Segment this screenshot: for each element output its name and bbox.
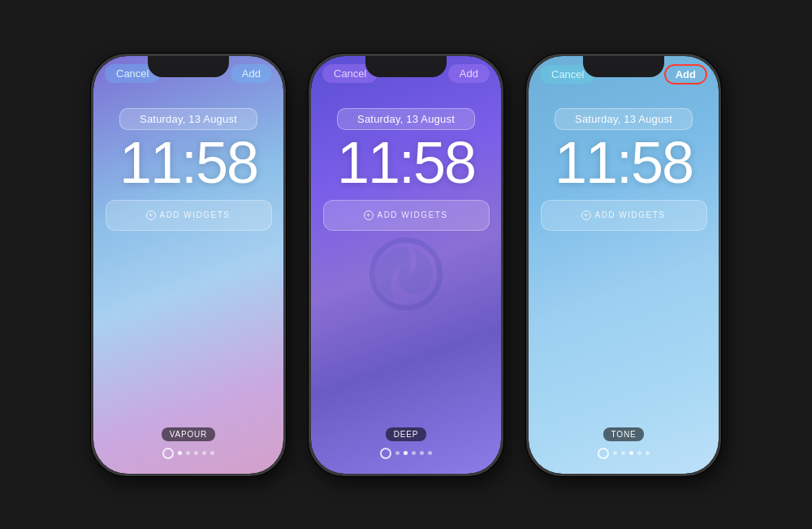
add-button-deep[interactable]: Add [448,64,490,83]
phone-frame-vapour: Cancel Add Saturday, 13 August 11:58 + A… [91,54,286,476]
lock-time-deep: 11:58 [337,133,475,192]
theme-label-deep: DEEP [386,427,426,441]
dot-3-vapour [202,451,206,455]
dot-0-vapour [178,451,182,455]
notch-tone [583,56,664,77]
plus-icon-tone: + [581,210,591,220]
dots-row-tone [598,448,650,459]
dot-1-vapour [186,451,190,455]
dot-0-tone [613,451,617,455]
screen-deep: Cancel Add Saturday, 13 August 11:58 + A… [311,56,501,474]
screen-content-vapour: Cancel Add Saturday, 13 August 11:58 + A… [93,56,283,474]
dot-3-tone [637,451,641,455]
add-button-tone[interactable]: Add [664,64,707,85]
bottom-area-deep: DEEP [311,427,501,459]
phone-vapour: Cancel Add Saturday, 13 August 11:58 + A… [91,54,286,476]
widget-area-deep[interactable]: + ADD WIDGETS [323,200,490,231]
lock-date-tone: Saturday, 13 August [555,108,693,130]
phone-deep: Cancel Add Saturday, 13 August 11:58 + A… [309,54,503,476]
add-widgets-label-vapour: + ADD WIDGETS [146,210,230,220]
dot-2-vapour [194,451,198,455]
dot-1-deep [404,451,408,455]
notch-vapour [148,56,229,77]
phone-tone: Cancel Add Saturday, 13 August 11:58 + A… [526,54,721,476]
phone-frame-tone: Cancel Add Saturday, 13 August 11:58 + A… [526,54,721,476]
dot-1-tone [621,451,625,455]
dots-row-deep [380,448,432,459]
widget-area-vapour[interactable]: + ADD WIDGETS [106,200,272,231]
add-button-vapour[interactable]: Add [231,64,272,83]
bottom-area-vapour: VAPOUR [93,427,283,459]
dot-circle-vapour [162,448,174,459]
dot-3-deep [420,451,424,455]
lock-date-vapour: Saturday, 13 August [119,108,257,130]
plus-icon-deep: + [364,210,374,220]
theme-label-vapour: VAPOUR [162,427,215,441]
dot-4-deep [428,451,432,455]
screen-content-deep: Cancel Add Saturday, 13 August 11:58 + A… [311,56,501,474]
dot-2-deep [412,451,416,455]
lock-date-deep: Saturday, 13 August [337,108,475,130]
dot-circle-tone [598,448,609,459]
plus-icon-vapour: + [146,210,156,220]
theme-label-tone: TONE [603,427,645,441]
watermark-deep [361,229,451,319]
lock-time-tone: 11:58 [555,133,693,192]
lock-time-vapour: 11:58 [119,133,257,192]
screen-content-tone: Cancel Add Saturday, 13 August 11:58 + A… [529,56,719,474]
widget-area-tone[interactable]: + ADD WIDGETS [541,200,707,231]
add-widgets-label-tone: + ADD WIDGETS [581,210,665,220]
phone-frame-deep: Cancel Add Saturday, 13 August 11:58 + A… [309,54,503,476]
dot-4-vapour [210,451,214,455]
dot-0-deep [395,451,400,455]
notch-deep [365,56,447,77]
bottom-area-tone: TONE [529,427,719,459]
screen-vapour: Cancel Add Saturday, 13 August 11:58 + A… [93,56,283,474]
add-widgets-label-deep: + ADD WIDGETS [364,210,447,220]
dot-circle-deep [380,448,391,459]
dots-row-vapour [162,448,214,459]
screen-tone: Cancel Add Saturday, 13 August 11:58 + A… [529,56,719,474]
dot-4-tone [646,451,650,455]
dot-2-tone [629,451,633,455]
